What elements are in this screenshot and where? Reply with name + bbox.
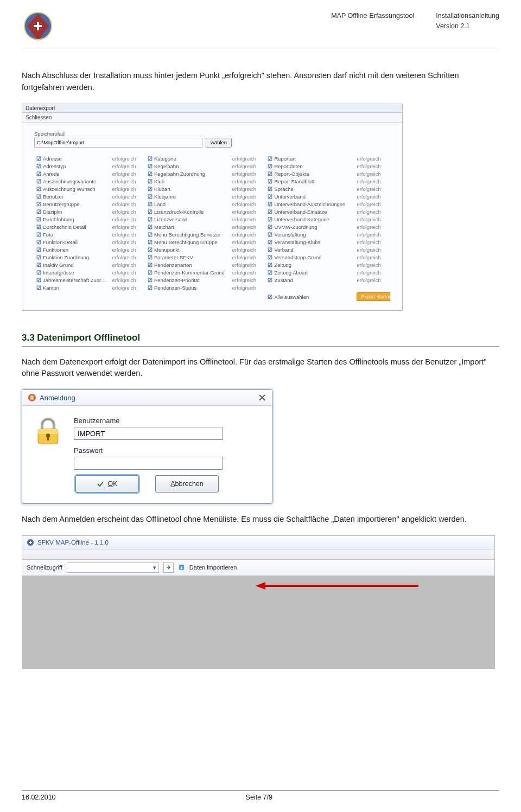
export-item[interactable]: ☑Reportart	[265, 155, 354, 163]
export-status: erfolgreich	[230, 246, 266, 254]
export-item[interactable]: ☑Menu Berechtigung Gruppe	[145, 239, 230, 246]
export-item[interactable]: ☑Funktionen	[34, 246, 110, 254]
export-close-btn[interactable]: Schliessen	[26, 114, 52, 120]
export-item[interactable]: ☑Durchführung	[34, 216, 110, 223]
export-item[interactable]: ☑Zeitung Aboart	[265, 269, 354, 277]
app-menu-bar	[22, 549, 494, 560]
select-all[interactable]: ☑Alle auswählen	[265, 292, 354, 302]
export-grid: ☑Adresseerfolgreich☑Kategorieerfolgreich…	[34, 155, 390, 302]
export-status: erfolgreich	[354, 231, 390, 239]
username-input[interactable]	[74, 427, 223, 440]
export-item[interactable]	[265, 284, 354, 292]
export-item[interactable]: ☑Veranstaltung	[265, 231, 354, 239]
hdr-version: Version 2.1	[436, 21, 499, 31]
export-status: erfolgreich	[110, 216, 145, 223]
export-item[interactable]: ☑Disziplin	[34, 208, 110, 216]
export-item[interactable]: ☑Kanton	[34, 284, 110, 292]
export-item[interactable]: ☑Auszeichnungsvariante	[34, 178, 110, 186]
export-status: erfolgreich	[110, 208, 145, 216]
export-item[interactable]: ☑Sprache	[265, 186, 354, 193]
export-item[interactable]: ☑Benutzer	[34, 193, 110, 201]
start-export-button[interactable]: Export starten	[354, 292, 390, 302]
export-status: erfolgreich	[354, 178, 390, 186]
export-status: erfolgreich	[230, 239, 266, 246]
svg-rect-3	[30, 395, 34, 400]
export-item[interactable]: ☑Unterverband	[265, 193, 354, 201]
export-item[interactable]: ☑Verband	[265, 246, 354, 254]
export-item[interactable]: ☑Pendenzen-Kommentar-Grund	[145, 269, 230, 277]
export-item[interactable]: ☑Klubart	[145, 186, 230, 193]
export-item[interactable]: ☑Report Standblatt	[265, 178, 354, 186]
export-item[interactable]: ☑Matchart	[145, 223, 230, 231]
go-button[interactable]	[163, 562, 174, 573]
export-item[interactable]: ☑Kegelbahn Zuordnung	[145, 170, 230, 178]
export-item[interactable]: ☑Land	[145, 201, 230, 208]
export-item[interactable]: ☑Unterverband-Einsätze	[265, 208, 354, 216]
export-status: erfolgreich	[354, 239, 390, 246]
export-item[interactable]: ☑Reportdaten	[265, 163, 354, 170]
import-icon	[178, 564, 185, 571]
path-input[interactable]	[34, 138, 202, 148]
export-item[interactable]: ☑Lizenzdruck-Kontrolle	[145, 208, 230, 216]
export-item[interactable]: ☑UVMW-Zuordnung	[265, 223, 354, 231]
export-item[interactable]: ☑Anrede	[34, 170, 110, 178]
export-item[interactable]: ☑Kegelbahn	[145, 163, 230, 170]
export-item[interactable]: ☑Menu Berechtigung Benutzer	[145, 231, 230, 239]
export-item[interactable]: ☑Funktion-Detail	[34, 239, 110, 246]
export-item[interactable]: ☑Report-Objekte	[265, 170, 354, 178]
hdr-title: MAP Offline-Erfassungstool	[331, 11, 414, 21]
export-item[interactable]: ☑Pendenzen-Status	[145, 284, 230, 292]
export-status: erfolgreich	[230, 261, 266, 269]
cancel-button[interactable]: Abbrechen	[155, 475, 219, 493]
export-item[interactable]: ☑Jahresmeisterschaft Zuordnung	[34, 277, 110, 284]
screenshot-offlinetool: SFKV MAP-Offline - 1.1.0 Schnellzugriff …	[22, 535, 495, 669]
export-status: erfolgreich	[354, 216, 390, 223]
password-input[interactable]	[74, 457, 223, 470]
app-content-area	[22, 576, 494, 668]
export-status: erfolgreich	[110, 170, 145, 178]
export-item[interactable]: ☑Zeitung	[265, 261, 354, 269]
close-icon[interactable]	[258, 393, 266, 402]
export-status: erfolgreich	[110, 223, 145, 231]
export-item[interactable]: ☑Lizenzversand	[145, 216, 230, 223]
export-status: erfolgreich	[230, 284, 266, 292]
export-status: erfolgreich	[354, 208, 390, 216]
export-item[interactable]: ☑Inseratgrösse	[34, 269, 110, 277]
import-button[interactable]: Daten importieren	[189, 564, 237, 571]
export-status: erfolgreich	[110, 155, 145, 163]
path-choose-button[interactable]: wählen	[206, 138, 232, 148]
export-status: erfolgreich	[354, 223, 390, 231]
export-item[interactable]: ☑Adresstyp	[34, 163, 110, 170]
export-item[interactable]: ☑Menupunkt	[145, 246, 230, 254]
export-status: erfolgreich	[230, 155, 266, 163]
export-item[interactable]: ☑Klubjahre	[145, 193, 230, 201]
export-item[interactable]: ☑Kategorie	[145, 155, 230, 163]
export-item[interactable]: ☑Pendenzenarten	[145, 261, 230, 269]
login-title-icon	[28, 393, 36, 402]
export-item[interactable]: ☑Zustand	[265, 277, 354, 284]
export-item[interactable]: ☑Benutzergruppe	[34, 201, 110, 208]
export-item[interactable]: ☑Versandstopp Grund	[265, 254, 354, 261]
export-item[interactable]: ☑Unterverband-Kategorie	[265, 216, 354, 223]
quickaccess-combo[interactable]: ▾	[67, 562, 159, 573]
export-status: erfolgreich	[110, 261, 145, 269]
export-status: erfolgreich	[230, 269, 266, 277]
export-item[interactable]: ☑Funktion Zuordnung	[34, 254, 110, 261]
footer-date: 16.02.2010	[22, 794, 56, 801]
export-item[interactable]: ☑Unterverband-Auszeichnungen	[265, 201, 354, 208]
export-status: erfolgreich	[110, 246, 145, 254]
export-item[interactable]: ☑Veranstaltung-Klubs	[265, 239, 354, 246]
ok-label-rest: K	[113, 480, 117, 488]
export-item[interactable]: ☑Pendenzen-Priorität	[145, 277, 230, 284]
export-item[interactable]: ☑Auszeichnung Wunsch	[34, 186, 110, 193]
ok-button[interactable]: OK	[75, 475, 139, 493]
export-item[interactable]: ☑Foto	[34, 231, 110, 239]
export-status: erfolgreich	[354, 163, 390, 170]
export-item[interactable]: ☑Inaktiv Grund	[34, 261, 110, 269]
export-item[interactable]: ☑Adresse	[34, 155, 110, 163]
export-status: erfolgreich	[110, 277, 145, 284]
export-item[interactable]: ☑Klub	[145, 178, 230, 186]
export-item[interactable]: ☑Durchschnitt Detail	[34, 223, 110, 231]
export-item[interactable]: ☑Parameter SFKV	[145, 254, 230, 261]
paragraph-3: Nach dem Anmelden erscheint das Offlinet…	[22, 514, 499, 526]
